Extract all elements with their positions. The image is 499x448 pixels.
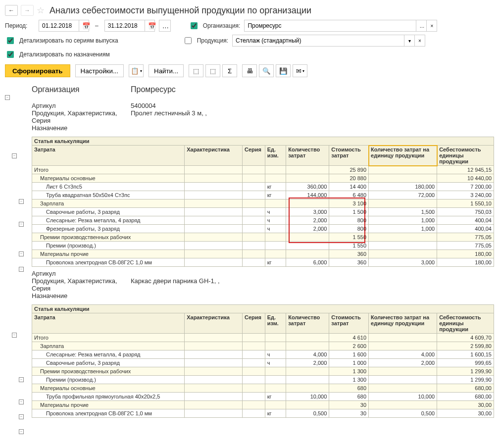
prod-dropdown-button[interactable]: ▾ bbox=[404, 35, 415, 47]
tree-toggle[interactable]: − bbox=[12, 333, 17, 338]
group-row[interactable]: Зарплата2 6002 599,80 bbox=[32, 342, 494, 350]
data-row[interactable]: Труба профильная прямоугольная 40х20х2,5… bbox=[32, 393, 494, 401]
chevron-down-icon: ▾ bbox=[408, 38, 411, 44]
variants-button[interactable]: 📋▾ bbox=[129, 64, 144, 77]
tree-gutter: − − − − − − − − − − − bbox=[5, 82, 32, 436]
col-cost: Стоимость затрат bbox=[329, 146, 369, 166]
data-row[interactable]: Проволока электродная СВ-08Г2С 1,0 ммкг6… bbox=[32, 258, 494, 267]
data-row[interactable]: Фрезерные работы, 3 разрядч2,0008001,000… bbox=[32, 225, 494, 233]
totals-row: Итого25 89012 945,15 bbox=[32, 166, 494, 174]
col-zatrata: Затрата bbox=[32, 313, 185, 334]
group-row[interactable]: Материалы прочие3030,00 bbox=[32, 401, 494, 409]
data-row[interactable]: Сварочные работы, 3 разрядч3,0001 5001,5… bbox=[32, 208, 494, 216]
prod-clear-button[interactable]: × bbox=[414, 35, 425, 47]
col-cost-unit: Себестоимость единицы продукции bbox=[437, 146, 494, 166]
detail-purpose-checkbox[interactable] bbox=[7, 51, 14, 58]
product-label: Продукция, Характеристика, Серия bbox=[32, 277, 131, 292]
data-row[interactable]: Слесарные: Резка металла, 4 разрядч4,000… bbox=[32, 350, 494, 359]
group-row[interactable]: Материалы основные20 88010 440,00 bbox=[32, 174, 494, 183]
favorite-star-icon[interactable]: ☆ bbox=[37, 5, 45, 16]
article-label: Артикул bbox=[32, 270, 131, 277]
close-icon: × bbox=[418, 38, 421, 44]
prod-checkbox[interactable] bbox=[185, 37, 192, 44]
group-row[interactable]: Материалы основные680680,00 bbox=[32, 384, 494, 393]
data-row[interactable]: Труба квадратная 50х50х4 Ст3пскг144,0006… bbox=[32, 191, 494, 199]
group-row[interactable]: Премии производственных рабочих1 550775,… bbox=[32, 233, 494, 242]
form-button[interactable]: Сформировать bbox=[5, 64, 70, 77]
save-button[interactable]: 💾 bbox=[276, 64, 291, 77]
article-value: 5400004 bbox=[131, 102, 156, 109]
data-row[interactable]: Проволока электродная СВ-08Г2С 1,0 ммкг0… bbox=[32, 409, 494, 418]
collapse-button[interactable]: ⬚ bbox=[205, 64, 220, 77]
sigma-icon: Σ bbox=[228, 67, 232, 75]
org-checkbox[interactable] bbox=[191, 22, 198, 29]
product-label: Продукция, Характеристика, Серия bbox=[32, 109, 131, 124]
ellipsis-icon: … bbox=[162, 22, 169, 30]
org-checkbox-label: Организация: bbox=[203, 22, 241, 29]
ellipsis-icon: … bbox=[419, 23, 424, 29]
sum-button[interactable]: Σ bbox=[222, 64, 237, 77]
chevron-down-icon: ▾ bbox=[302, 69, 304, 73]
col-series: Серия bbox=[243, 313, 265, 334]
tree-toggle[interactable]: − bbox=[19, 267, 24, 272]
org-clear-button[interactable]: × bbox=[426, 20, 437, 32]
date-from-input[interactable]: 📅 bbox=[39, 20, 89, 32]
totals-row: Итого4 6104 609,70 bbox=[32, 334, 494, 342]
group-row[interactable]: Зарплата3 1001 550,10 bbox=[32, 199, 494, 208]
prod-input[interactable] bbox=[232, 35, 404, 47]
date-from-field[interactable] bbox=[39, 21, 79, 30]
date-from-calendar-button[interactable]: 📅 bbox=[79, 20, 89, 31]
calendar-icon: 📅 bbox=[148, 22, 156, 30]
tree-toggle[interactable]: − bbox=[19, 399, 24, 404]
settings-button[interactable]: Настройки... bbox=[75, 64, 124, 77]
org-label: Организация bbox=[32, 85, 131, 94]
cost-table: Статья калькуляции Затрата Характеристик… bbox=[32, 137, 494, 267]
col-qty: Количество затрат bbox=[286, 313, 329, 334]
org-input[interactable] bbox=[244, 20, 416, 32]
purpose-label: Назначение bbox=[32, 124, 131, 132]
tree-toggle[interactable]: − bbox=[19, 377, 24, 382]
print-button[interactable]: 🖶 bbox=[242, 64, 257, 77]
tree-toggle[interactable]: − bbox=[19, 199, 24, 204]
article-label: Артикул bbox=[32, 102, 131, 109]
tree-toggle[interactable]: − bbox=[5, 95, 10, 100]
tree-toggle[interactable]: − bbox=[19, 429, 24, 434]
col-unit: Ед. изм. bbox=[265, 146, 286, 166]
group-row[interactable]: Материалы прочие360180,00 bbox=[32, 250, 494, 258]
tree-toggle[interactable]: − bbox=[19, 414, 24, 419]
arrow-right-icon: → bbox=[24, 7, 30, 14]
page-title: Анализ себестоимости выпущенной продукци… bbox=[50, 5, 311, 16]
col-unit: Ед. изм. bbox=[265, 313, 286, 334]
period-picker-button[interactable]: … bbox=[159, 20, 171, 32]
tree-toggle[interactable]: − bbox=[19, 251, 24, 256]
col-char: Характеристика bbox=[185, 313, 243, 334]
col-series: Серия bbox=[243, 146, 265, 166]
detail-series-checkbox[interactable] bbox=[7, 37, 14, 44]
date-to-input[interactable]: 📅 bbox=[104, 20, 155, 32]
tree-toggle[interactable]: − bbox=[12, 153, 17, 158]
find-button[interactable]: Найти... bbox=[149, 64, 184, 77]
tree-toggle[interactable]: − bbox=[19, 222, 24, 227]
expand-button[interactable]: ⬚ bbox=[189, 64, 203, 77]
data-row[interactable]: Сварочные работы, 3 разрядч2,0001 0002,0… bbox=[32, 359, 494, 367]
preview-button[interactable]: 🔍 bbox=[259, 64, 274, 77]
email-button[interactable]: ✉▾ bbox=[293, 64, 307, 77]
data-row[interactable]: Лист 6 Ст3пс5кг360,00014 400180,0007 200… bbox=[32, 183, 494, 191]
data-row[interactable]: Премии (производ.)1 550775,05 bbox=[32, 242, 494, 250]
arrow-left-icon: ← bbox=[8, 7, 14, 14]
nav-forward-button[interactable]: → bbox=[21, 5, 34, 16]
data-row[interactable]: Премии (производ.)1 3001 299,90 bbox=[32, 376, 494, 384]
nav-back-button[interactable]: ← bbox=[5, 5, 18, 16]
chevron-down-icon: ▾ bbox=[140, 69, 142, 73]
cost-table: Статья калькуляции Затрата Характеристик… bbox=[32, 304, 494, 418]
date-to-calendar-button[interactable]: 📅 bbox=[145, 20, 154, 31]
expand-icon: ⬚ bbox=[193, 67, 199, 75]
data-row[interactable]: Слесарные: Резка металла, 4 разрядч2,000… bbox=[32, 216, 494, 225]
date-to-field[interactable] bbox=[105, 21, 145, 30]
preview-icon: 🔍 bbox=[262, 67, 271, 75]
mail-icon: ✉ bbox=[296, 67, 301, 75]
org-select-button[interactable]: … bbox=[416, 20, 427, 32]
group-row[interactable]: Премии производственных рабочих1 3001 29… bbox=[32, 367, 494, 376]
calc-section-header: Статья калькуляции bbox=[32, 305, 494, 313]
date-range-separator: – bbox=[95, 22, 99, 29]
